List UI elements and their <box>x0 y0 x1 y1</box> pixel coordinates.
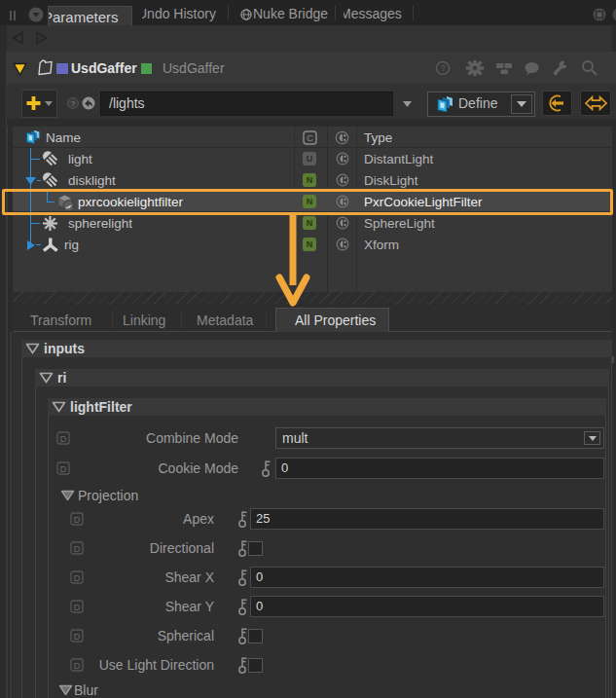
svg-text:C: C <box>307 133 313 143</box>
svg-text:?: ? <box>71 99 76 108</box>
svg-text:?: ? <box>440 63 445 73</box>
